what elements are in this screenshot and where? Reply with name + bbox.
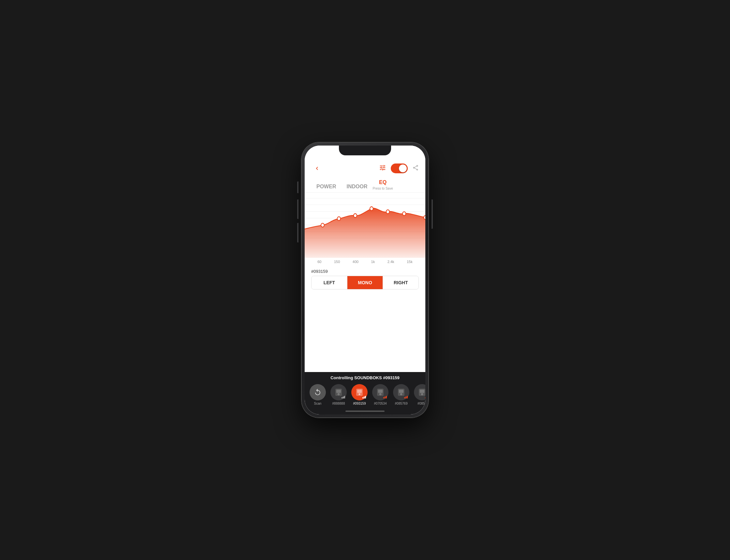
freq-15k: 15k [407,260,412,264]
channel-right-button[interactable]: RIGHT [383,276,418,289]
home-indicator [346,411,384,412]
signal-888888 [342,396,345,398]
eq-settings-icon[interactable] [379,164,386,173]
power-toggle[interactable] [391,163,408,173]
sliders-icon [379,164,386,171]
svg-point-2 [354,214,357,218]
screen-content: POWER INDOOR EQ Press to Save [305,146,425,414]
phone-frame: POWER INDOOR EQ Press to Save [302,142,428,418]
svg-point-3 [370,207,373,211]
device-093159[interactable]: #093159 [350,384,368,405]
freq-labels: 60 150 400 1k 2.4k 15k [305,258,425,266]
device-888888-circle [331,384,347,400]
signal-085769 [404,396,408,398]
svg-rect-12 [357,390,362,393]
soundboks-0854x-icon [417,388,425,397]
bottom-bar: Controlling SOUNDBOKS #093159 Scan [305,372,425,414]
header-controls [379,163,419,173]
svg-rect-16 [378,390,382,393]
soundboks-070534-icon [376,388,385,397]
freq-400: 400 [353,260,359,264]
scan-icon [314,388,322,396]
svg-point-26 [422,394,423,395]
share-button[interactable] [412,164,419,172]
svg-point-0 [321,223,324,227]
back-icon [314,165,320,172]
device-0854x[interactable]: #0854 [413,384,425,405]
tab-indoor[interactable]: INDOOR [341,181,372,192]
svg-point-18 [380,394,381,395]
svg-rect-24 [420,390,424,393]
svg-rect-8 [336,390,341,393]
svg-point-4 [386,210,389,214]
volume-up-button [297,199,299,219]
eq-curve[interactable] [305,193,425,258]
freq-150: 150 [334,260,340,264]
volume-down-button [297,223,299,242]
device-list: Scan [305,383,425,411]
soundboks-085769-icon [396,388,406,397]
freq-60: 60 [318,260,321,264]
mute-button [297,181,299,193]
device-093159-label: #093159 [353,402,366,405]
svg-point-6 [424,216,425,220]
controlling-label: Controlling SOUNDBOKS #093159 [305,372,425,383]
device-093159-circle [351,384,367,400]
device-070534[interactable]: #070534 [371,384,389,405]
channel-left-button[interactable]: LEFT [312,276,348,289]
scan-device-item[interactable]: Scan [309,384,327,405]
svg-point-14 [359,394,360,395]
content-spacer [305,293,425,372]
svg-rect-20 [399,390,403,393]
device-id-label: #093159 [305,266,425,276]
svg-point-22 [401,394,402,395]
svg-point-5 [402,212,406,216]
device-888888-label: #888888 [333,402,345,405]
device-085769-label: #085769 [395,402,408,405]
freq-2-4k: 2.4k [387,260,394,264]
device-085769-circle [393,384,409,400]
svg-point-1 [337,217,341,221]
channel-selector: LEFT MONO RIGHT [311,276,419,289]
device-0854x-label: #0854 [417,402,425,405]
eq-svg [305,193,425,258]
back-button[interactable] [311,163,323,174]
device-0854x-circle [414,384,425,400]
tab-eq[interactable]: EQ [374,177,392,187]
header [305,160,425,177]
tab-bar: POWER INDOOR EQ Press to Save [305,177,425,193]
eq-chart[interactable] [305,193,425,258]
scan-label: Scan [314,402,322,405]
channel-mono-button[interactable]: MONO [348,276,383,289]
freq-1k: 1k [371,260,375,264]
tab-eq-wrapper: EQ Press to Save [372,177,393,192]
device-085769[interactable]: #085769 [392,384,410,405]
signal-0854x [425,396,425,398]
share-icon [412,164,419,171]
scan-circle [310,384,326,400]
phone-screen: POWER INDOOR EQ Press to Save [305,146,425,414]
tab-power[interactable]: POWER [311,181,341,192]
signal-070534 [383,396,387,398]
press-to-save-label: Press to Save [372,187,393,190]
svg-point-10 [338,394,339,395]
power-button [431,199,433,229]
device-888888[interactable]: #888888 [330,384,348,405]
device-070534-label: #070534 [374,402,387,405]
notch [339,146,391,155]
soundboks-093159-icon [355,388,364,397]
signal-093159 [363,396,366,398]
device-070534-circle [372,384,388,400]
soundboks-888888-icon [334,388,343,397]
